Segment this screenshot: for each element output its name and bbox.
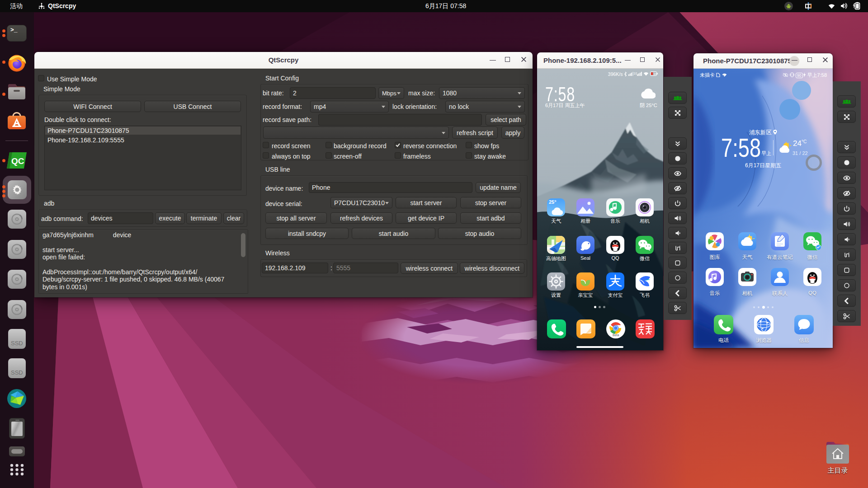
svg-text:QC: QC [11, 156, 24, 166]
svg-text:Beta: Beta [613, 333, 619, 337]
svg-text:10: 10 [654, 73, 657, 75]
